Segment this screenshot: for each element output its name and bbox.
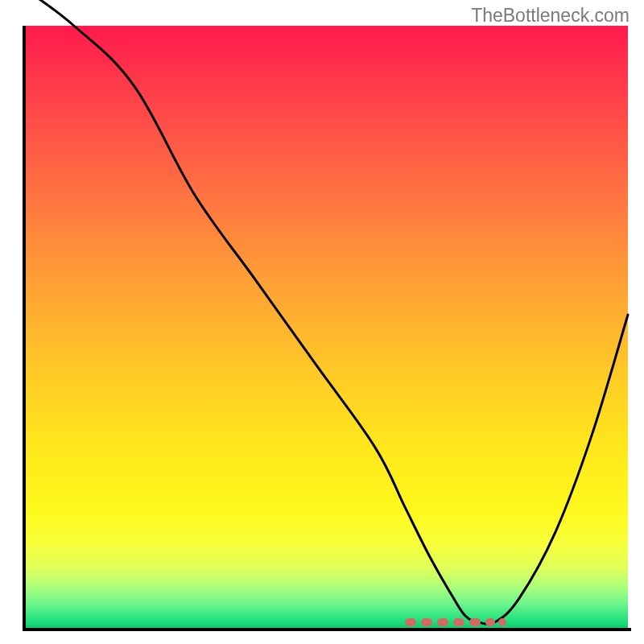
optimal-marker-band — [26, 26, 628, 628]
optimal-marker-segment — [437, 618, 448, 626]
optimal-marker-segment — [421, 618, 432, 626]
optimal-marker-segment — [469, 618, 481, 626]
watermark-text: TheBottleneck.com — [471, 5, 630, 27]
optimal-marker-dot — [498, 618, 506, 626]
x-axis — [23, 628, 631, 631]
plot-area — [26, 26, 628, 628]
optimal-marker-segment — [405, 618, 416, 626]
optimal-marker-segment — [453, 618, 464, 626]
optimal-marker-segment — [485, 618, 495, 626]
y-axis — [23, 26, 26, 631]
chart-container: TheBottleneck.com — [0, 0, 644, 644]
